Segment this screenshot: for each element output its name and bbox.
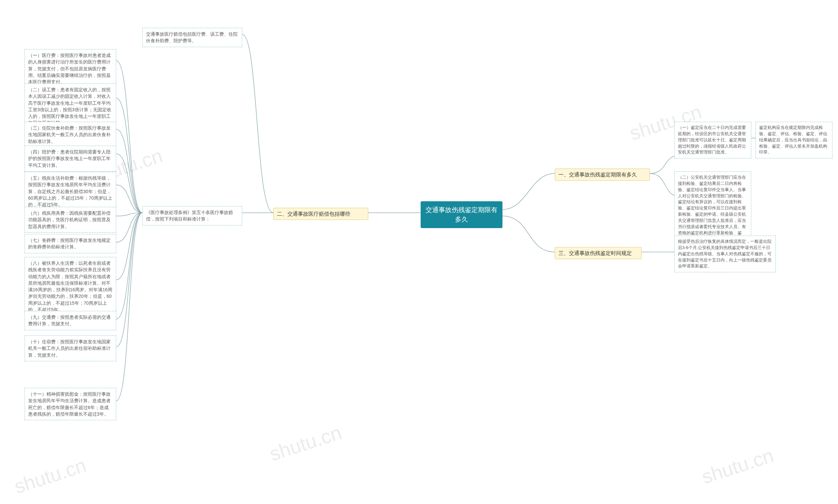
item-6: （六）残疾用具费：因残疾需要配置补偿功能器具的，凭医疗机构证明，按照普及型器具的… xyxy=(24,207,116,233)
item-3: （三）住院伙食补助费：按照医疗事故发生地国家机关一般工作人员的出差伙食补助标准计… xyxy=(24,122,116,148)
branch-3-leaf: 根据受伤后治疗恢复的具体情况而定，一般是出院后3-6个月.公安机关接到伤残鉴定申… xyxy=(674,236,776,272)
branch-2[interactable]: 二、交通事故医疗赔偿包括哪些 xyxy=(273,208,368,220)
item-9: （九）交通费：按照患者实际必需的交通费用计算，凭据支付。 xyxy=(24,311,116,330)
branch-2-label: 二、交通事故医疗赔偿包括哪些 xyxy=(277,211,350,217)
branch-1[interactable]: 一、交通事故伤残鉴定期限有多久 xyxy=(555,168,650,181)
item-5: （五）残疾生活补助费：根据伤残等级，按照医疗事故发生地居民年平均生活费计算，自定… xyxy=(24,172,116,211)
branch-3-label: 三、交通事故伤残鉴定时间规定 xyxy=(558,250,632,256)
final-b1-1: （一）鉴定应当在二十日内完成需要延期的，经设区的市公安机关交通管理部门批准可以延… xyxy=(674,122,751,158)
branch-1-label: 一、交通事故伤残鉴定期限有多久 xyxy=(558,172,637,177)
watermark: shutu.cn xyxy=(12,454,89,499)
watermark: shutu.cn xyxy=(267,421,344,466)
root-title: 交通事故伤残鉴定期限有 多久 xyxy=(426,206,498,223)
item-4: （四）陪护费：患者住院期间需要专人陪护的按照医疗事故发生地上一年度职工年平均工资… xyxy=(24,146,116,172)
branch-3[interactable]: 三、交通事故伤残鉴定时间规定 xyxy=(555,247,642,259)
watermark: shutu.cn xyxy=(699,444,777,489)
item-1: （一）医疗费：按照医疗事故对患者造成的人身损害进行治疗所发生的医疗费用计算，凭据… xyxy=(24,49,116,88)
item-7: （七）丧葬费：按照医疗事故发生地规定的丧葬费补助标准计算。 xyxy=(24,234,116,253)
item-11: （十一）精神损害抚慰金：按照医疗事故发生地居民年平均生活费计算。造成患者死亡的，… xyxy=(24,388,116,420)
item-10: （十）住宿费：按照医疗事故发生地国家机关一般工作人员的出差住宿补助标准计算，凭据… xyxy=(24,336,116,361)
final-b1-2: （二）公安机关交通管理部门应当在接到检验、鉴定结果后二日内将检验、鉴定结论复印件… xyxy=(674,172,751,245)
branch-2-sub: 《医疗事故处理条例》第五十条医疗事故赔偿，按照下列项目和标准计算： xyxy=(142,206,242,226)
final-b1-1b: 鉴定机构应当在规定期限内完成检验、鉴定、评估。检验、鉴定、评估结果确定后，应当出… xyxy=(755,122,833,158)
root-node[interactable]: 交通事故伤残鉴定期限有 多久 xyxy=(421,201,502,228)
item-8: （八）被扶养人生活费：以死者生前或者残疾者丧失劳动能力前实际扶养且没有劳动能力的… xyxy=(24,257,116,316)
branch-2-intro: 交通事故医疗赔偿包括医疗费、误工费、住院伙食补助费、陪护费等。 xyxy=(142,28,242,47)
